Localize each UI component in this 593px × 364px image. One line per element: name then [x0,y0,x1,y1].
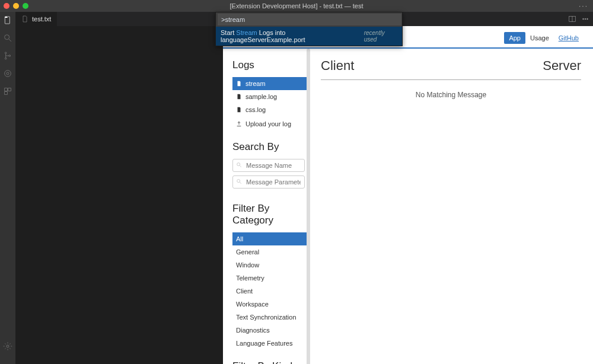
close-window-button[interactable] [4,3,9,9]
svg-line-20 [240,182,241,184]
editor-tab-actions [568,12,593,26]
command-palette-item[interactable]: Start Stream Logs into languageServerExa… [216,27,402,46]
search-icon[interactable] [3,33,12,43]
log-item[interactable]: sample.log [232,90,307,103]
debug-icon[interactable] [3,69,12,78]
kind-heading: Filter By Kind [232,360,307,364]
source-control-icon[interactable] [3,51,12,60]
more-actions-icon[interactable] [581,15,589,23]
editor-tab-label: test.txt [32,15,51,23]
upload-icon [236,121,242,127]
category-item[interactable]: Telemetry [232,272,307,285]
svg-point-11 [7,345,9,347]
tab-app[interactable]: App [504,32,525,44]
category-item[interactable]: Text Synchronization [232,311,307,324]
palette-item-prefix: Start [221,29,236,36]
server-heading: Server [543,58,581,74]
log-item-label: stream [246,79,266,88]
maximize-window-button[interactable] [23,3,28,9]
svg-point-6 [5,71,11,77]
svg-point-19 [237,180,240,183]
inspector-main: Client Server No Matching Message [309,49,593,364]
svg-rect-10 [5,92,8,95]
log-item[interactable]: stream [232,77,307,90]
category-item[interactable]: Window [232,258,307,272]
svg-point-15 [585,18,586,20]
extensions-icon[interactable] [3,87,12,96]
category-item[interactable]: Workspace [232,298,307,311]
category-item[interactable]: Language Features [232,337,307,350]
file-icon [236,81,242,87]
svg-point-16 [587,18,588,20]
editor-tab[interactable]: test.txt [15,12,57,26]
window-controls [4,3,28,9]
svg-point-3 [5,52,7,54]
command-palette: Start Stream Logs into languageServerExa… [215,12,403,46]
category-item[interactable]: All [232,232,307,245]
sidebar-scrollbar[interactable] [307,49,310,364]
inspector-sidebar: Logs streamsample.logcss.log Upload your… [223,49,309,364]
category-item[interactable]: Client [232,285,307,298]
logs-heading: Logs [232,59,307,71]
no-matching-message: No Matching Message [321,91,581,99]
search-heading: Search By [232,141,307,153]
lsp-inspector-panel: LSP Inspector App Usage GitHub Logs stre… [223,26,593,364]
log-item-label: sample.log [246,92,277,101]
search-message-params-input[interactable] [232,175,305,189]
tab-github[interactable]: GitHub [554,32,584,44]
search-icon [236,162,242,168]
upload-label: Upload your log [246,120,291,128]
category-item[interactable]: Diagnostics [232,324,307,337]
activity-bar [0,12,15,364]
svg-line-18 [240,165,241,167]
file-icon [236,107,242,113]
svg-point-7 [7,72,9,75]
minimize-window-button[interactable] [13,3,19,9]
log-item[interactable]: css.log [232,103,307,116]
split-editor-icon[interactable] [568,15,576,23]
svg-point-1 [5,35,9,40]
palette-item-highlight: Stream [236,29,257,36]
log-item-label: css.log [246,106,266,114]
client-heading: Client [321,58,354,74]
svg-point-4 [5,58,7,59]
category-heading: Filter By Category [232,203,307,226]
window-title: [Extension Development Host] - test.txt … [0,2,593,9]
tab-usage[interactable]: Usage [525,32,554,44]
svg-point-17 [237,163,240,166]
window-titlebar: [Extension Development Host] - test.txt … [0,0,593,12]
main-divider [321,79,581,80]
file-icon [236,94,242,100]
explorer-icon[interactable] [3,15,12,25]
settings-gear-icon[interactable] [3,341,12,353]
svg-point-5 [9,55,11,57]
svg-rect-8 [5,88,8,91]
search-icon [236,178,242,184]
editor-area: test.txt Start Stream Logs into language… [15,12,593,364]
svg-line-2 [9,39,11,41]
svg-rect-9 [8,88,11,91]
palette-item-hint: recently used [364,30,397,43]
inspector-nav: App Usage GitHub [504,32,584,44]
titlebar-overflow[interactable]: ··· [579,2,588,10]
command-palette-input[interactable] [218,14,401,25]
search-message-name-input[interactable] [232,159,305,172]
category-item[interactable]: General [232,245,307,258]
upload-log-button[interactable]: Upload your log [232,116,307,130]
file-icon [21,15,28,23]
svg-point-14 [583,18,584,20]
